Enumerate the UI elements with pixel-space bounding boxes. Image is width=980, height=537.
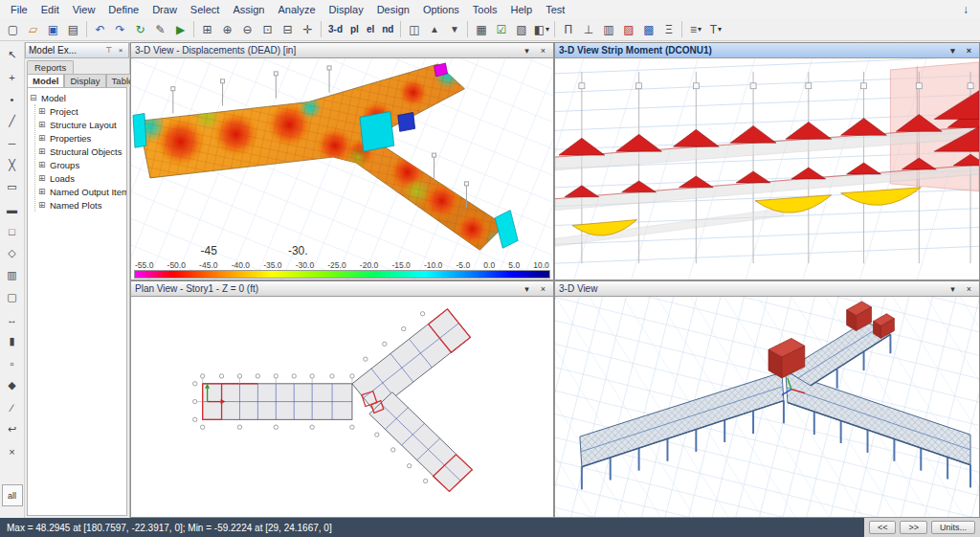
strip-moment-canvas[interactable] (555, 58, 979, 280)
expand-icon[interactable]: ⊞ (38, 173, 48, 183)
menu-options[interactable]: Options (416, 3, 466, 16)
close-icon[interactable]: × (116, 46, 125, 55)
expand-icon[interactable]: ⊞ (38, 187, 48, 196)
draw-point-icon[interactable]: • (2, 88, 23, 110)
show-contours-icon[interactable]: ▩ (638, 20, 658, 39)
viewport-title-bar[interactable]: 3-D View - Displacements (DEAD) [in] ▾ × (131, 43, 553, 58)
draw-strip-icon[interactable]: ▥ (2, 264, 23, 286)
chevron-down-icon[interactable]: ▾ (947, 284, 959, 294)
tab-display[interactable]: Display (64, 74, 105, 87)
open-icon[interactable]: ▱ (23, 20, 43, 39)
text-options-dropdown[interactable]: T▾ (705, 20, 725, 39)
quick-draw-line-icon[interactable]: ─ (2, 132, 23, 154)
menu-help[interactable]: Help (504, 3, 540, 16)
redo-icon[interactable]: ↷ (110, 20, 130, 39)
draw-rect-area-icon[interactable]: □ (2, 220, 23, 242)
print-icon[interactable]: ▤ (63, 20, 83, 39)
expand-icon[interactable]: ⊞ (38, 146, 48, 156)
zoom-window-icon[interactable]: ⊞ (197, 20, 217, 39)
named-display-button[interactable]: nd (378, 20, 397, 39)
tree-item-model[interactable]: ⊟ Model (30, 91, 124, 104)
plan-view-canvas[interactable] (131, 297, 553, 517)
draw-dimension-icon[interactable]: ↔ (2, 308, 23, 330)
draw-area-icon[interactable]: ▭ (2, 176, 23, 198)
reshape-icon[interactable]: + (2, 66, 23, 88)
previous-page-button[interactable]: << (869, 521, 897, 534)
up-one-story-icon[interactable]: ▲ (424, 20, 444, 39)
fill-objects-dropdown[interactable]: ◧▾ (531, 20, 551, 39)
next-page-button[interactable]: >> (900, 521, 927, 534)
tree-item-structural-objects[interactable]: ⊞ Structural Objects (38, 145, 124, 158)
displacement-canvas[interactable]: -45 -30. -55.0 -50.0 -45.0 -40.0 -35.0 -… (131, 58, 553, 280)
show-checks-icon[interactable]: ☑ (491, 20, 511, 39)
tab-model[interactable]: Model (27, 74, 64, 87)
tree-item-named-plots[interactable]: ⊞ Named Plots (38, 198, 124, 212)
show-strips-icon[interactable]: ▥ (598, 20, 618, 39)
clear-selection-icon[interactable]: × (2, 440, 23, 462)
close-icon[interactable]: × (537, 46, 549, 56)
collapse-icon[interactable]: ⊟ (30, 93, 39, 102)
tree-item-named-output-items[interactable]: ⊞ Named Output Items (38, 185, 124, 198)
select-pointer-icon[interactable]: ↖ (2, 44, 23, 66)
tree-item-groups[interactable]: ⊞ Groups (38, 158, 124, 171)
display-options-icon[interactable]: ▧ (511, 20, 531, 39)
expand-icon[interactable]: ⊞ (38, 133, 48, 143)
elevation-view-button[interactable]: el (363, 20, 378, 39)
menu-draw[interactable]: Draw (145, 3, 184, 16)
edit-icon[interactable]: ✎ (150, 20, 170, 39)
section-cut-icon[interactable]: Ξ (658, 20, 679, 39)
menu-analyze[interactable]: Analyze (271, 3, 322, 16)
menu-test[interactable]: Test (539, 3, 571, 16)
pin-icon[interactable]: ⊤ (104, 46, 114, 55)
show-moment-icon[interactable]: ▨ (618, 20, 638, 39)
expand-icon[interactable]: ⊞ (38, 106, 48, 116)
menu-file[interactable]: File (4, 3, 34, 16)
tree-item-structure-layout[interactable]: ⊞ Structure Layout (38, 118, 124, 131)
model-3d-canvas[interactable] (555, 297, 979, 517)
run-analysis-icon[interactable]: ▶ (170, 20, 190, 39)
quick-draw-area-icon[interactable]: ▬ (2, 198, 23, 220)
select-line-icon[interactable]: ∕ (2, 396, 23, 418)
save-icon[interactable]: ▣ (43, 20, 63, 39)
expand-icon[interactable]: ⊞ (38, 200, 48, 210)
viewport-title-bar[interactable]: 3-D View Strip Moment (DCONU1) ▾ × (555, 43, 979, 58)
menu-select[interactable]: Select (184, 3, 227, 16)
show-tables-icon[interactable]: ▦ (471, 20, 491, 39)
chevron-down-icon[interactable]: ▾ (947, 46, 959, 56)
align-options-dropdown[interactable]: ≡▾ (685, 20, 705, 39)
draw-opening-icon[interactable]: ▢ (2, 286, 23, 308)
new-model-icon[interactable]: ▢ (3, 20, 23, 39)
draw-braces-icon[interactable]: ╳ (2, 154, 23, 176)
dock-icon[interactable]: ↓ (963, 3, 976, 16)
zoom-in-icon[interactable]: ⊕ (217, 20, 237, 39)
chevron-down-icon[interactable]: ▾ (521, 46, 533, 56)
draw-wall-icon[interactable]: ▮ (2, 330, 23, 352)
tab-reports[interactable]: Reports (27, 60, 74, 74)
previous-selection-icon[interactable]: ↩ (2, 418, 23, 440)
chevron-down-icon[interactable]: ▾ (521, 284, 533, 294)
menu-edit[interactable]: Edit (34, 3, 66, 16)
select-all-button[interactable]: all (2, 484, 23, 506)
expand-icon[interactable]: ⊞ (38, 160, 48, 169)
close-icon[interactable]: × (963, 46, 975, 56)
close-icon[interactable]: × (963, 284, 975, 294)
draw-column-icon[interactable]: ⊥ (578, 20, 598, 39)
zoom-extents-icon[interactable]: ⊡ (257, 20, 278, 39)
units-button[interactable]: Units... (931, 521, 975, 534)
refresh-icon[interactable]: ↻ (130, 20, 150, 39)
menu-tools[interactable]: Tools (466, 3, 504, 16)
draw-poly-area-icon[interactable]: ◇ (2, 242, 23, 264)
viewport-title-bar[interactable]: Plan View - Story1 - Z = 0 (ft) ▾ × (131, 281, 553, 297)
select-poly-icon[interactable]: ◆ (2, 374, 23, 396)
pan-icon[interactable]: ✛ (298, 20, 318, 39)
menu-define[interactable]: Define (101, 3, 145, 16)
tree-item-properties[interactable]: ⊞ Properties (38, 131, 124, 145)
draw-line-icon[interactable]: ╱ (2, 110, 23, 132)
menu-design[interactable]: Design (370, 3, 416, 16)
plan-view-button[interactable]: pl (346, 20, 363, 39)
tree-item-project[interactable]: ⊞ Project (38, 104, 124, 118)
close-icon[interactable]: × (537, 284, 549, 294)
viewport-title-bar[interactable]: 3-D View ▾ × (555, 281, 979, 297)
menu-view[interactable]: View (66, 3, 102, 16)
expand-icon[interactable]: ⊞ (38, 120, 48, 129)
